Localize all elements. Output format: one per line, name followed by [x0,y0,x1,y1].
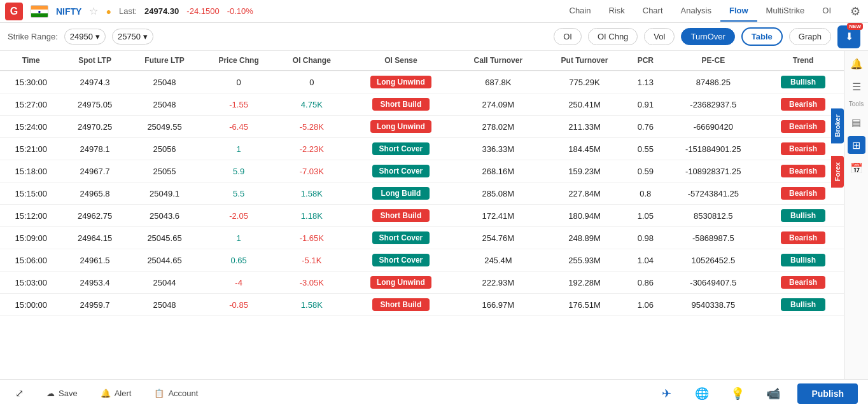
account-icon: 📋 [154,389,164,398]
cell-oi-change: -3.05K [276,272,347,294]
cell-pcr: 0.76 [627,116,664,138]
alert-button[interactable]: 🔔 Alert [95,386,137,401]
cell-time: 15:09:00 [0,227,62,249]
trend-badge: Bearish [781,231,825,244]
data-table-container: Time Spot LTP Future LTP Price Chng OI C… [0,51,844,379]
cell-spot: 24959.7 [62,294,127,316]
oi-sense-badge: Long Unwind [370,276,431,289]
tab-chart[interactable]: Chart [634,1,672,22]
cell-pece: 10526452.5 [664,249,762,272]
broker-tab[interactable]: Broker [831,108,844,143]
col-oi-change: OI Change [276,51,347,71]
cell-spot: 24967.7 [62,160,127,183]
trend-badge: Bearish [781,165,825,177]
flow-table: Time Spot LTP Future LTP Price Chng OI C… [0,51,844,316]
tab-chain[interactable]: Chain [561,1,600,22]
download-icon: ⬇ [845,31,853,43]
telegram-icon[interactable]: ✈ [655,382,678,405]
table-row[interactable]: 15:24:00 24970.25 25049.55 -6.45 -5.28K … [0,116,844,138]
cell-pcr: 1.13 [627,71,664,93]
tab-flow[interactable]: Flow [720,1,757,22]
table-button[interactable]: Table [741,27,783,46]
cell-oi-sense: Short Cover [347,138,454,160]
cell-price-chng: 5.9 [201,160,276,183]
menu-icon[interactable]: ☰ [848,78,865,95]
bulb-icon[interactable]: 💡 [726,382,749,405]
cell-oi-change: 4.75K [276,93,347,116]
account-button[interactable]: 📋 Account [149,386,203,401]
tab-risk[interactable]: Risk [599,1,633,22]
table-row[interactable]: 15:30:00 24974.3 25048 0 0 Long Unwind 6… [0,71,844,93]
video-icon[interactable]: 📹 [762,382,785,405]
table-row[interactable]: 15:09:00 24964.15 25045.65 1 -1.65K Shor… [0,227,844,249]
table-row[interactable]: 15:03:00 24953.4 25044 -4 -3.05K Long Un… [0,272,844,294]
oi-button[interactable]: OI [554,28,582,45]
tab-oi[interactable]: OI [813,1,840,22]
table-row[interactable]: 15:21:00 24978.1 25056 1 -2.23K Short Co… [0,138,844,160]
settings-icon[interactable]: ⚙ [848,2,863,21]
trend-badge: Bearish [781,142,825,155]
col-time: Time [0,51,62,71]
cell-oi-sense: Short Build [347,294,454,316]
expand-icon: ⤢ [15,387,24,399]
table-row[interactable]: 15:00:00 24959.7 25048 -0.85 1.58K Short… [0,294,844,316]
cell-call-to: 336.33M [454,138,542,160]
cell-spot: 24974.3 [62,71,127,93]
cell-spot: 24962.75 [62,205,127,227]
calendar-icon[interactable]: 📅 [848,159,865,177]
cell-pcr: 0.55 [627,138,664,160]
cell-put-to: 192.28M [542,272,627,294]
table-row[interactable]: 15:18:00 24967.7 25055 5.9 -7.03K Short … [0,160,844,183]
cell-time: 15:21:00 [0,138,62,160]
col-pcr: PCR [627,51,664,71]
bell-icon[interactable]: 🔔 [848,55,865,72]
cell-oi-sense: Short Cover [347,160,454,183]
right-panel: 🔔 ☰ Tools ▤ ⊞ 📅 [844,51,868,379]
cell-oi-sense: Short Cover [347,249,454,272]
graph-button[interactable]: Graph [789,28,831,45]
turnover-button[interactable]: TurnOver [681,28,734,45]
cell-oi-change: 0 [276,71,347,93]
table-row[interactable]: 15:12:00 24962.75 25043.6 -2.05 1.18K Sh… [0,205,844,227]
cell-put-to: 180.94M [542,205,627,227]
forex-tab[interactable]: Forex [831,156,844,188]
star-icon[interactable]: ☆ [89,5,98,17]
table-row[interactable]: 15:27:00 24975.05 25048 -1.55 4.75K Shor… [0,93,844,116]
table-row[interactable]: 15:15:00 24965.8 25049.1 5.5 1.58K Long … [0,183,844,205]
cell-pece: -57243841.25 [664,183,762,205]
vol-button[interactable]: Vol [644,28,675,45]
cell-pcr: 0.98 [627,227,664,249]
trend-badge: Bearish [781,120,825,133]
table-row[interactable]: 15:06:00 24961.5 25044.65 0.65 -5.1K Sho… [0,249,844,272]
oi-chng-button[interactable]: OI Chng [588,28,638,45]
cell-spot: 24970.25 [62,116,127,138]
publish-button[interactable]: Publish [797,383,858,404]
download-button[interactable]: ⬇ NEW [837,25,860,48]
cell-oi-sense: Short Build [347,205,454,227]
cell-future: 25048 [128,93,202,116]
nav-tabs: Chain Risk Chart Analysis Flow MultiStri… [561,1,841,22]
cell-price-chng: 1 [201,138,276,160]
globe-icon[interactable]: 🌐 [690,382,713,405]
save-button[interactable]: ☁ Save [41,386,83,401]
cell-oi-sense: Short Build [347,93,454,116]
strike1-select[interactable]: 24950 ▾ [64,29,106,45]
cell-spot: 24953.4 [62,272,127,294]
cell-pece: -30649407.5 [664,272,762,294]
cell-pece: 8530812.5 [664,205,762,227]
tab-multistrike[interactable]: MultiStrike [757,1,814,22]
cell-price-chng: -1.55 [201,93,276,116]
strike2-select[interactable]: 25750 ▾ [112,29,153,45]
col-spot: Spot LTP [62,51,127,71]
cell-price-chng: 5.5 [201,183,276,205]
cell-oi-change: 1.58K [276,294,347,316]
expand-button[interactable]: ⤢ [10,385,29,402]
new-badge: NEW [847,23,863,30]
cell-spot: 24978.1 [62,138,127,160]
cell-oi-change: 1.18K [276,205,347,227]
save-label: Save [59,389,78,398]
columns-icon[interactable]: ▤ [848,113,865,131]
grid-active-icon[interactable]: ⊞ [848,136,865,154]
cell-call-to: 274.09M [454,93,542,116]
tab-analysis[interactable]: Analysis [672,1,720,22]
